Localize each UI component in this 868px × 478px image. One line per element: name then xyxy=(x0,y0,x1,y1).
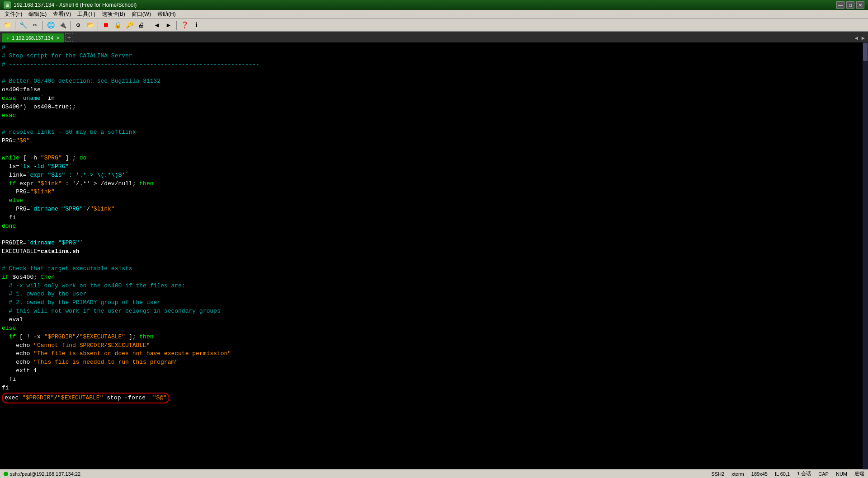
menu-view[interactable]: 查看(V) xyxy=(50,10,74,19)
line-ls: ls=`ls -ld "$PRG"` xyxy=(2,163,72,170)
status-bar-right: SSH2 xterm 189x45 IL 60,1 1 会话 CAP NUM 底… xyxy=(712,470,864,477)
toolbar-lock-btn[interactable]: 🔒 xyxy=(112,20,123,30)
line-prg-link: PRG="$link" xyxy=(2,188,55,195)
scrollbar-track[interactable] xyxy=(863,43,868,469)
line-os400: os400=false xyxy=(2,86,41,93)
position-label: 底端 xyxy=(854,470,864,477)
app-icon: 🖥 xyxy=(4,1,11,9)
line-else-1: else xyxy=(2,197,23,204)
scrollbar[interactable] xyxy=(863,42,868,469)
toolbar-sep-1 xyxy=(15,21,15,30)
line-link: link=`expr "$ls" : '.*-> \(.*\)$'` xyxy=(2,172,129,178)
menu-edit[interactable]: 编辑(E) xyxy=(26,10,49,19)
line-if-os400: if $os400; then xyxy=(2,274,55,281)
toolbar-connect-btn[interactable]: 🌐 xyxy=(45,20,56,30)
line-executable: EXECUTABLE=catalina.sh xyxy=(2,248,80,255)
line-while: while [ -h "$PRG" ] ; do xyxy=(2,155,86,161)
toolbar-help-btn[interactable]: ❓ xyxy=(179,20,190,30)
line-exec: exec "$PRGDIR"/"$EXECUTABLE" stop -force… xyxy=(2,394,170,401)
connection-info: ssh://paul@192.168.137.134:22 xyxy=(10,471,80,477)
line-exit: exit 1 xyxy=(2,367,37,374)
line-fi-2: fi xyxy=(2,376,16,383)
line-done: done xyxy=(2,223,16,230)
toolbar-right-btn[interactable]: ▶ xyxy=(163,20,174,30)
new-tab-button[interactable]: + xyxy=(65,33,73,42)
line-comment-3: # --------------------------------------… xyxy=(2,61,259,68)
line-check-comment: # Check that target executable exists xyxy=(2,265,132,272)
minimize-button[interactable]: — xyxy=(836,1,844,9)
sessions-label: 1 会话 xyxy=(797,470,811,477)
line-esac: esac xyxy=(2,112,16,119)
tab-close-icon[interactable]: ✕ xyxy=(56,36,60,41)
status-bar: ssh://paul@192.168.137.134:22 SSH2 xterm… xyxy=(0,469,868,478)
toolbar-sep-4 xyxy=(98,21,98,30)
toolbar-left-btn[interactable]: ◀ xyxy=(151,20,162,30)
line-else-2: else xyxy=(2,325,16,332)
line-fi-3: fi xyxy=(2,384,9,391)
menu-tools[interactable]: 工具(T) xyxy=(75,10,98,19)
caps-label: CAP xyxy=(818,471,829,477)
line-if-expr: if expr "$link" : '/.*' > /dev/null; the… xyxy=(2,180,154,187)
tab-label: 1 192.168.137.134 xyxy=(12,35,53,41)
line-col-label: IL 60,1 xyxy=(775,471,790,477)
toolbar-key-btn[interactable]: 🔑 xyxy=(124,20,135,30)
toolbar-sep-3 xyxy=(70,21,71,30)
line-os400-case: OS400*) os400=true;; xyxy=(2,103,76,110)
protocol-label: SSH2 xyxy=(712,471,725,477)
line-x-comment-1: # -x will only work on the os400 if the … xyxy=(2,282,185,289)
line-prgdir: PRGDIR=`dirname "$PRG"` xyxy=(2,239,83,246)
menu-help[interactable]: 帮助(H) xyxy=(155,10,179,19)
close-button[interactable]: ✕ xyxy=(856,1,864,9)
line-prg-dirname: PRG=`dirname "$PRG"`/"$link" xyxy=(2,206,115,212)
num-label: NUM xyxy=(836,471,847,477)
tab-nav-right[interactable]: ▶ xyxy=(860,35,866,42)
line-x-comment-4: # this will not work if the user belongs… xyxy=(2,308,221,314)
tab-nav: ◀ ▶ xyxy=(854,35,866,42)
toolbar-disconnect-btn[interactable]: 🔌 xyxy=(57,20,68,30)
toolbar-term-btn[interactable]: ⚙ xyxy=(73,20,84,30)
terminal[interactable]: # # Stop script for the CATALINA Server … xyxy=(0,42,863,469)
toolbar-sep-5 xyxy=(149,21,149,30)
window-title: 192.168.137.134 - Xshell 6 (Free for Hom… xyxy=(14,2,137,8)
line-resolve-comment: # resolve links - $0 may be a softlink xyxy=(2,129,136,136)
line-echo-3: echo "This file is needed to run this pr… xyxy=(2,359,178,366)
line-echo-2: echo "The file is absent or does not hav… xyxy=(2,350,231,357)
maximize-button[interactable]: □ xyxy=(846,1,854,9)
menu-window[interactable]: 窗口(W) xyxy=(129,10,154,19)
line-fi-1: fi xyxy=(2,214,16,221)
menu-bar: 文件(F) 编辑(E) 查看(V) 工具(T) 选项卡(B) 窗口(W) 帮助(… xyxy=(0,10,868,19)
terminal-wrapper: # # Stop script for the CATALINA Server … xyxy=(0,42,868,469)
active-tab[interactable]: ● 1 192.168.137.134 ✕ xyxy=(2,33,64,42)
title-bar-left: 🖥 192.168.137.134 - Xshell 6 (Free for H… xyxy=(4,1,137,9)
toolbar-about-btn[interactable]: ℹ xyxy=(191,20,202,30)
line-if-not-x: if [ ! -x "$PRGDIR"/"$EXECUTABLE" ]; the… xyxy=(2,333,154,340)
toolbar-stop-btn[interactable]: ⏹ xyxy=(100,20,111,30)
toolbar-new-btn[interactable]: 📁 xyxy=(2,20,13,30)
line-comment-1: # xyxy=(2,44,5,51)
line-x-comment-2: # 1. owned by the user xyxy=(2,291,86,297)
toolbar-print-btn[interactable]: 🖨 xyxy=(136,20,146,30)
title-bar: 🖥 192.168.137.134 - Xshell 6 (Free for H… xyxy=(0,0,868,10)
toolbar-close-btn[interactable]: ✂ xyxy=(29,20,40,30)
toolbar-sep-6 xyxy=(176,21,177,30)
tab-bar: ● 1 192.168.137.134 ✕ + ◀ ▶ xyxy=(0,32,868,42)
line-prg: PRG="$0" xyxy=(2,137,30,144)
menu-file[interactable]: 文件(F) xyxy=(2,10,25,19)
scrollbar-thumb[interactable] xyxy=(863,43,868,61)
line-os400-comment: # Better OS/400 detection: see Bugzilla … xyxy=(2,78,160,84)
title-bar-controls: — □ ✕ xyxy=(836,1,864,9)
toolbar-sftp-btn[interactable]: 📂 xyxy=(85,20,95,30)
toolbar-sep-2 xyxy=(42,21,43,30)
tab-nav-left[interactable]: ◀ xyxy=(854,35,859,42)
menu-tabs[interactable]: 选项卡(B) xyxy=(99,10,128,19)
connection-indicator xyxy=(4,472,8,476)
line-x-comment-3: # 2. owned by the PRIMARY group of the u… xyxy=(2,299,160,306)
size-label: 189x45 xyxy=(751,471,768,477)
line-echo-1: echo "Cannot find $PRGDIR/$EXECUTABLE" xyxy=(2,342,150,349)
line-comment-2: # Stop script for the CATALINA Server xyxy=(2,52,132,59)
status-bar-left: ssh://paul@192.168.137.134:22 xyxy=(4,471,80,477)
line-case: case `uname` in xyxy=(2,95,55,102)
toolbar: 📁 🔧 ✂ 🌐 🔌 ⚙ 📂 ⏹ 🔒 🔑 🖨 ◀ ▶ ❓ ℹ xyxy=(0,19,868,32)
toolbar-open-btn[interactable]: 🔧 xyxy=(18,20,28,30)
terminal-type-label: xterm xyxy=(731,471,744,477)
